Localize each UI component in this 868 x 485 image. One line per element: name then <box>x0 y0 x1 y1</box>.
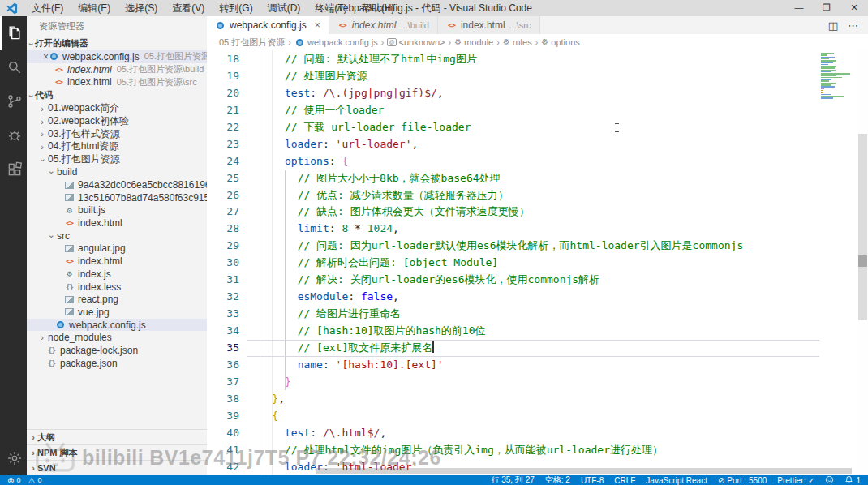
menu-编辑[interactable]: 编辑(E) <box>71 0 118 16</box>
tree-file-13c51607b8ad74a580f63c915a7e0e59.png[interactable]: 13c51607b8ad74a580f63c915a7e0e59.png <box>27 191 207 204</box>
tree-folder-01.webpack-[interactable]: ›01.webpack简介 <box>27 102 207 115</box>
breadcrumb-item[interactable]: ⚙rules <box>503 37 532 47</box>
more-actions-icon[interactable]: ⋯ <box>848 19 858 32</box>
panel-SVN[interactable]: ›SVN <box>27 460 207 475</box>
close-icon[interactable]: × <box>315 19 320 31</box>
breadcrumb-item[interactable]: ⚙module <box>454 37 493 47</box>
tree-folder-02.webpack-[interactable]: ›02.webpack初体验 <box>27 115 207 128</box>
status-UTF-8[interactable]: UTF-8 <box>581 476 604 485</box>
tree-folder-build[interactable]: ›build <box>27 166 207 179</box>
code-line[interactable]: // 解决: 关闭url-loader的es6模块化，使用commonjs解析 <box>247 272 819 289</box>
tab-index.html[interactable]: <>index.html...\src <box>438 16 540 34</box>
tree-file-index.html[interactable]: <>index.html <box>27 217 207 230</box>
tree-file-webpack.config.js[interactable]: webpack.config.js <box>27 319 207 332</box>
tree-folder-node_modules[interactable]: ›node_modules <box>27 331 207 344</box>
code-line[interactable]: options: { <box>247 153 819 170</box>
status-JavaScript-React[interactable]: JavaScript React <box>646 476 707 485</box>
minimap[interactable] <box>819 50 857 475</box>
menu-调试[interactable]: 调试(D) <box>260 0 308 16</box>
open-editors-header[interactable]: ›打开的编辑器 <box>27 36 207 50</box>
code-token: 1024 <box>367 222 393 234</box>
status-feedback[interactable] <box>825 475 834 485</box>
error-count[interactable]: ⊗0 <box>7 476 20 485</box>
tree-folder-05.-[interactable]: ›05.打包图片资源 <box>27 153 207 166</box>
source-control-icon[interactable] <box>0 84 27 118</box>
open-editor-item[interactable]: <>index.html05.打包图片资源\build <box>27 63 207 76</box>
explorer-icon[interactable] <box>0 16 27 50</box>
status-CRLF[interactable]: CRLF <box>614 476 635 485</box>
status--2[interactable]: 空格: 2 <box>545 474 570 485</box>
tree-file-react.png[interactable]: react.png <box>27 293 207 306</box>
breadcrumb-item[interactable]: ⚙options <box>541 37 579 47</box>
tree-file-built.js[interactable]: ⚙built.js <box>27 204 207 217</box>
open-editor-item[interactable]: ×webpack.config.js05.打包图片资源 <box>27 50 207 63</box>
tree-file-package.json[interactable]: {}package.json <box>27 357 207 370</box>
code-editor[interactable]: 1819202122232425262728293031323334353637… <box>207 50 868 475</box>
tab-webpack.config.js[interactable]: webpack.config.js× <box>207 16 329 34</box>
tree-file-package-lock.json[interactable]: {}package-lock.json <box>27 344 207 357</box>
code-line[interactable]: { <box>247 408 819 425</box>
debug-icon[interactable] <box>0 118 27 152</box>
warning-count[interactable]: ⚠0 <box>28 476 41 485</box>
tree-folder-src[interactable]: ›src <box>27 230 207 242</box>
horizontal-scrollbar-thumb[interactable] <box>316 468 852 474</box>
breadcrumb-item[interactable]: webpack.config.js <box>294 37 378 47</box>
code-line[interactable]: // [ext]取文件原来扩展名 <box>247 340 819 357</box>
tree-file-9a4a32dc0c6ea5cbcc881619660ade44.jpg[interactable]: 9a4a32dc0c6ea5cbcc881619660ade44.jpg <box>27 178 207 191</box>
panel-大纲[interactable]: ›大纲 <box>27 429 207 444</box>
code-line[interactable]: }, <box>247 391 819 408</box>
menu-查看[interactable]: 查看(V) <box>165 0 212 16</box>
code-line[interactable]: test: /\.html$/, <box>247 425 819 442</box>
workspace-header[interactable]: ›代码 <box>27 88 207 102</box>
status-Prettier-[interactable]: Prettier: ✓ <box>777 476 814 485</box>
tree-file-vue.jpg[interactable]: vue.jpg <box>27 306 207 319</box>
settings-gear-icon[interactable] <box>0 441 27 475</box>
tree-file-index.js[interactable]: ⚙index.js <box>27 268 207 281</box>
status-Port-5500[interactable]: ⊘Port : 5500 <box>718 476 767 485</box>
vertical-scrollbar[interactable] <box>857 50 868 475</box>
split-editor-icon[interactable]: ◫ <box>828 19 838 32</box>
code-line[interactable]: // 缺点: 图片体积会更大（文件请求速度更慢） <box>247 204 819 221</box>
tree-file-index.html[interactable]: <>index.html <box>27 255 207 268</box>
code-line[interactable]: // 优点: 减少请求数量（减轻服务器压力） <box>247 187 819 204</box>
code-line[interactable]: // 给图片进行重命名 <box>247 306 819 323</box>
code-line[interactable]: loader: 'url-loader', <box>247 136 819 153</box>
breadcrumb-item[interactable]: @<unknown> <box>387 37 445 47</box>
code-line[interactable]: // 解析时会出问题: [object Module] <box>247 255 819 272</box>
open-editor-item[interactable]: <>index.html05.打包图片资源\src <box>27 75 207 88</box>
code-line[interactable]: esModule: false, <box>247 289 819 306</box>
tab-index.html[interactable]: <>index.html...\build <box>329 16 438 34</box>
status-1[interactable]: 1 <box>844 475 861 485</box>
code-area[interactable]: // 问题: 默认处理不了html中img图片 // 处理图片资源 test: … <box>247 50 819 475</box>
tree-folder-04.-html-[interactable]: ›04.打包html资源 <box>27 140 207 153</box>
code-line[interactable]: } <box>247 374 819 391</box>
minimize-button[interactable]: — <box>785 0 813 16</box>
panel-NPM 脚本[interactable]: ›NPM 脚本 <box>27 444 207 460</box>
tree-folder-03.-[interactable]: ›03.打包样式资源 <box>27 127 207 140</box>
code-line[interactable]: limit: 8 * 1024, <box>247 221 819 238</box>
menu-选择[interactable]: 选择(S) <box>118 0 165 16</box>
close-button[interactable]: ✕ <box>840 0 868 16</box>
code-line[interactable]: // 处理html文件的img图片（负责引入img，从而能被url-loader… <box>247 442 819 459</box>
code-line[interactable]: test: /\.(jpg|png|gif)$/, <box>247 85 819 102</box>
restore-button[interactable]: ❐ <box>813 0 840 16</box>
menu-文件[interactable]: 文件(F) <box>24 0 71 16</box>
vertical-scrollbar-thumb[interactable] <box>858 134 867 320</box>
code-line[interactable]: // 处理图片资源 <box>247 68 819 85</box>
close-icon[interactable]: × <box>43 51 49 62</box>
menu-转到[interactable]: 转到(G) <box>212 0 260 16</box>
breadcrumb-item[interactable]: 05.打包图片资源 <box>219 36 285 49</box>
tree-file-angular.jpg[interactable]: angular.jpg <box>27 242 207 255</box>
extensions-icon[interactable] <box>0 152 27 187</box>
problems-status[interactable]: ⊗0⚠0 <box>7 476 41 485</box>
code-line[interactable]: // 图片大小小于8kb，就会被base64处理 <box>247 170 819 187</box>
code-line[interactable]: name: '[hash:10].[ext]' <box>247 357 819 374</box>
search-icon[interactable] <box>0 50 27 84</box>
code-line[interactable]: // 问题: 因为url-loader默认使用es6模块化解析，而html-lo… <box>247 238 819 255</box>
code-line[interactable]: // 问题: 默认处理不了html中img图片 <box>247 51 819 68</box>
status--35-27[interactable]: 行 35, 列 27 <box>491 474 534 485</box>
code-line[interactable]: // 使用一个loader <box>247 102 819 119</box>
code-line[interactable]: // [hash:10]取图片的hash的前10位 <box>247 323 819 340</box>
tree-file-index.less[interactable]: {}index.less <box>27 281 207 294</box>
code-line[interactable]: // 下载 url-loader file-loader <box>247 119 819 136</box>
